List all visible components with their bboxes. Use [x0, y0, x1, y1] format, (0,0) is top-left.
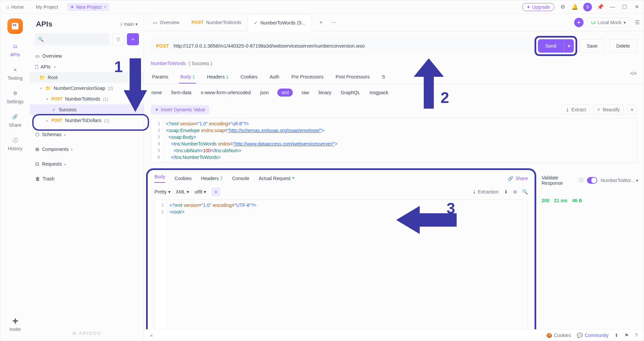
home-tab[interactable]: ⌂Home: [4, 3, 27, 11]
gear-icon[interactable]: ⚙: [559, 3, 566, 11]
success-icon: ✓: [254, 20, 258, 25]
encoding-utf8[interactable]: utf8 ▾: [194, 189, 206, 194]
search-icon[interactable]: 🔍: [522, 189, 528, 194]
code-body[interactable]: <?xml version="1.0" encoding="utf-8"?><s…: [163, 118, 637, 163]
delete-button[interactable]: Delete: [609, 39, 637, 53]
btype-graphql[interactable]: GraphQL: [340, 89, 361, 97]
settings-icon[interactable]: ≡: [627, 105, 637, 115]
rtab-params[interactable]: Params: [151, 71, 170, 83]
resp-tab-console[interactable]: Console: [232, 176, 249, 181]
nav-testing[interactable]: ≡Testing: [8, 65, 22, 81]
resp-tab-actual-request[interactable]: Actual Request •: [259, 176, 294, 181]
extract-icon: ⤓: [565, 107, 569, 112]
method-badge: POST: [156, 43, 169, 49]
discord-icon: 💬: [577, 333, 583, 338]
apis-icon: 🗂: [11, 42, 19, 51]
plus-icon: +: [132, 37, 134, 42]
request-body-editor[interactable]: 123456 <?xml version="1.0" encoding="utf…: [151, 118, 637, 163]
rtab-auth[interactable]: Auth: [268, 71, 281, 83]
bug-icon[interactable]: ⚑: [625, 333, 629, 338]
filter-button[interactable]: ▽: [112, 33, 124, 45]
btype-json[interactable]: json: [260, 89, 270, 97]
btype-none[interactable]: none: [151, 89, 163, 97]
new-project-tab[interactable]: ✦ New Project ×: [67, 3, 109, 11]
resp-tab-headers[interactable]: Headers 7: [201, 176, 223, 181]
nav-settings[interactable]: ⚙Settings: [7, 89, 24, 104]
chevron-down-icon[interactable]: ▾: [564, 39, 574, 53]
nav-share[interactable]: 🔗Share: [9, 112, 21, 128]
btype-raw[interactable]: raw: [301, 89, 310, 97]
avatar[interactable]: S: [583, 3, 592, 11]
add-tab-icon[interactable]: +: [317, 19, 325, 26]
send-button[interactable]: Send ▾: [538, 39, 574, 53]
close-icon[interactable]: ×: [103, 4, 106, 10]
endpoint-number-to-dollars[interactable]: ▸POSTNumberToDollars(1): [30, 115, 144, 126]
upgrade-button[interactable]: ✦Upgrade: [522, 3, 554, 11]
cookie-icon: 🍪: [546, 333, 552, 338]
statusbar-cookies[interactable]: 🍪Cookies: [546, 333, 571, 338]
status-code: 200: [542, 198, 549, 203]
branch-selector[interactable]: ᚼmain▾: [120, 21, 138, 27]
share-button[interactable]: 🔗Share: [508, 176, 528, 181]
rtab-cookies[interactable]: Cookies: [239, 71, 259, 83]
beautify-button[interactable]: ✧Beautify: [593, 105, 624, 115]
btype-form-data[interactable]: form-data: [171, 89, 192, 97]
more-icon[interactable]: ⋯: [330, 19, 337, 26]
insert-dynamic-button[interactable]: ✦Insert Dynamic Value: [151, 105, 209, 114]
pin-icon[interactable]: 📌: [597, 3, 604, 11]
tree-trash[interactable]: 🗑Trash: [30, 171, 144, 186]
btype-binary[interactable]: binary: [318, 89, 332, 97]
tree-requests[interactable]: ⊡Requests▸: [30, 157, 144, 171]
response-body[interactable]: 12 <?xml version="1.0" encoding="UTF-8"?…: [154, 200, 528, 336]
resp-tab-body[interactable]: Body: [154, 174, 165, 183]
validate-toggle[interactable]: [587, 177, 597, 184]
nav-history[interactable]: 🕑History: [8, 136, 22, 151]
help-icon[interactable]: ?: [635, 333, 638, 338]
maximize-icon[interactable]: ☐: [621, 3, 628, 11]
rtab-headers[interactable]: Headers 1: [205, 71, 230, 83]
project-tab[interactable]: My Project: [33, 3, 61, 11]
rtab-post-processors[interactable]: Post Processors: [334, 71, 371, 83]
wrap-icon[interactable]: ≡: [212, 187, 220, 196]
collapse-icon[interactable]: «: [150, 333, 153, 338]
statusbar-community[interactable]: 💬Community: [577, 333, 608, 338]
copy-icon[interactable]: ⧉: [513, 189, 517, 195]
app-logo[interactable]: [7, 18, 23, 34]
bell-icon[interactable]: 🔔: [571, 3, 579, 11]
ai-button[interactable]: ✦: [574, 18, 584, 27]
tab-number-to-words-success[interactable]: ✓NumberToWords (S...: [247, 14, 312, 31]
add-button[interactable]: +: [127, 33, 139, 45]
btype-xwww[interactable]: x-www-form-urlencoded: [200, 89, 251, 97]
tree-components[interactable]: ⊞Components▸: [30, 142, 144, 157]
schema-selector[interactable]: NumberToWor... ▾: [601, 178, 638, 183]
info-icon[interactable]: ⓘ: [579, 177, 584, 183]
rtab-pre-processors[interactable]: Pre Processors: [290, 71, 325, 83]
resp-tab-cookies[interactable]: Cookies: [175, 176, 192, 181]
menu-icon[interactable]: ☰: [634, 19, 641, 26]
extraction-button[interactable]: ⤓ Extraction: [472, 189, 499, 194]
extract-button[interactable]: ⤓Extract: [562, 105, 590, 115]
format-xml[interactable]: XML ▾: [176, 189, 189, 194]
tree-schemas[interactable]: ⬡Schemas▸: [30, 127, 144, 142]
save-button[interactable]: Save: [580, 39, 605, 53]
btype-msgpack[interactable]: msgpack: [369, 89, 389, 97]
request-name[interactable]: NumberToWords: [151, 61, 186, 66]
upload-icon[interactable]: ⬆: [614, 333, 618, 338]
tab-number-to-words[interactable]: POSTNumberToWords: [185, 14, 247, 31]
btype-xml[interactable]: xml: [277, 89, 293, 97]
apis-icon: ⎕: [35, 64, 38, 69]
minimize-icon[interactable]: —: [609, 3, 616, 11]
view-pretty[interactable]: Pretty ▾: [154, 189, 171, 194]
code-icon[interactable]: </>: [630, 71, 637, 83]
environment-selector[interactable]: LoLocal Mock▾: [588, 17, 630, 27]
url-input[interactable]: POST http://127.0.0.1:3658/m1/440325-0-8…: [151, 38, 532, 54]
rtab-body[interactable]: Body 1: [179, 71, 196, 83]
nav-apis[interactable]: 🗂APIs: [10, 42, 20, 57]
nav-invite[interactable]: ➕Invite: [9, 317, 20, 332]
search-input[interactable]: 🔍: [35, 33, 109, 45]
tab-overview[interactable]: ▭Overview: [147, 14, 185, 31]
share-icon: 🔗: [508, 176, 513, 181]
download-icon[interactable]: ⬇: [504, 189, 508, 194]
close-window-icon[interactable]: ✕: [633, 3, 640, 11]
rtab-settings[interactable]: S: [380, 71, 386, 83]
